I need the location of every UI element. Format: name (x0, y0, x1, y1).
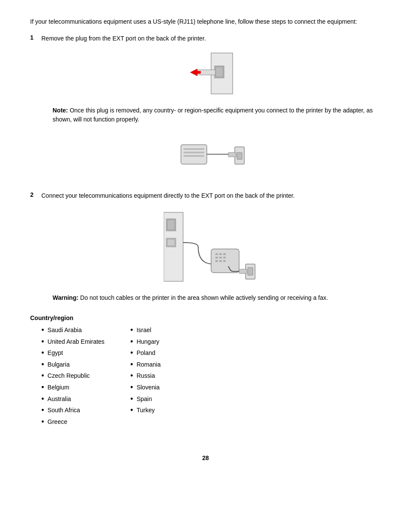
svg-rect-20 (219, 253, 222, 255)
svg-rect-25 (215, 260, 218, 262)
list-item: •Romania (131, 360, 161, 370)
bullet-icon: • (131, 337, 133, 347)
country-section-title: Country/region (30, 314, 381, 321)
svg-rect-30 (239, 269, 247, 274)
plug-removal-illustration (41, 51, 381, 98)
list-item: •Egypt (41, 348, 105, 358)
bullet-icon: • (41, 383, 44, 392)
svg-rect-11 (237, 152, 242, 159)
list-item: •Russia (131, 371, 161, 381)
svg-rect-9 (184, 155, 204, 157)
country-list-left: •Saudi Arabia •United Arab Emirates •Egy… (41, 326, 105, 429)
svg-rect-19 (215, 253, 218, 255)
note-label: Note: (53, 107, 68, 114)
list-item: •Hungary (131, 337, 161, 347)
step-2-number: 2 (30, 191, 39, 310)
step-1: 1 Remove the plug from the EXT port on t… (30, 34, 381, 187)
bullet-icon: • (131, 383, 133, 392)
bullet-icon: • (131, 348, 133, 358)
svg-rect-23 (219, 257, 222, 258)
bullet-icon: • (41, 371, 44, 381)
list-item: •Greece (41, 417, 105, 427)
svg-rect-8 (184, 152, 204, 153)
list-item: •Spain (131, 395, 161, 404)
list-item: •South Africa (41, 406, 105, 415)
bullet-icon: • (131, 371, 133, 381)
svg-rect-22 (215, 257, 218, 258)
country-list-right: •Israel •Hungary •Poland •Romania •Russi… (131, 326, 161, 429)
warning-block: Warning: Do not touch cables or the prin… (53, 293, 381, 302)
svg-rect-12 (228, 152, 236, 157)
warning-label: Warning: (53, 294, 78, 301)
svg-marker-4 (190, 69, 197, 76)
svg-rect-21 (223, 253, 226, 255)
list-item: •Australia (41, 395, 105, 404)
bullet-icon: • (41, 417, 44, 427)
bullet-icon: • (41, 395, 44, 404)
svg-rect-5 (197, 71, 201, 74)
svg-rect-6 (181, 145, 207, 164)
svg-rect-29 (248, 268, 253, 275)
list-item: •Saudi Arabia (41, 326, 105, 335)
intro-paragraph: If your telecommunications equipment use… (30, 17, 381, 26)
bullet-icon: • (41, 337, 44, 347)
country-columns: •Saudi Arabia •United Arab Emirates •Egy… (41, 326, 381, 429)
svg-rect-17 (167, 239, 175, 246)
bullet-icon: • (41, 348, 44, 358)
step-2-text: Connect your telecommunications equipmen… (41, 192, 295, 199)
country-section: Country/region •Saudi Arabia •United Ara… (30, 314, 381, 429)
list-item: •Israel (131, 326, 161, 335)
bullet-icon: • (131, 360, 133, 370)
page-number: 28 (30, 454, 381, 461)
list-item: •Belgium (41, 383, 105, 392)
phone-connection-illustration (41, 208, 381, 286)
bullet-icon: • (41, 326, 44, 335)
svg-rect-26 (219, 260, 222, 262)
svg-rect-2 (215, 67, 223, 77)
bullet-icon: • (41, 360, 44, 370)
list-item: •Czech Republic (41, 371, 105, 381)
svg-rect-7 (184, 148, 204, 150)
list-item: •Bulgaria (41, 360, 105, 370)
svg-rect-27 (223, 260, 226, 262)
step-2: 2 Connect your telecommunications equipm… (30, 191, 381, 310)
list-item: •Turkey (131, 406, 161, 415)
warning-text: Do not touch cables or the printer in th… (78, 294, 328, 301)
list-item: •Poland (131, 348, 161, 358)
list-item: •United Arab Emirates (41, 337, 105, 347)
bullet-icon: • (131, 395, 133, 404)
bullet-icon: • (131, 326, 133, 335)
adapter-illustration (41, 132, 381, 179)
bullet-icon: • (131, 406, 133, 415)
bullet-icon: • (41, 406, 44, 415)
step-1-text: Remove the plug from the EXT port on the… (41, 35, 206, 42)
svg-rect-24 (223, 257, 226, 258)
step-1-number: 1 (30, 34, 39, 187)
note-block: Note: Once this plug is removed, any cou… (53, 106, 381, 124)
list-item: •Slovenia (131, 383, 161, 392)
note-text: Once this plug is removed, any country- … (53, 107, 373, 123)
svg-rect-15 (167, 220, 175, 230)
